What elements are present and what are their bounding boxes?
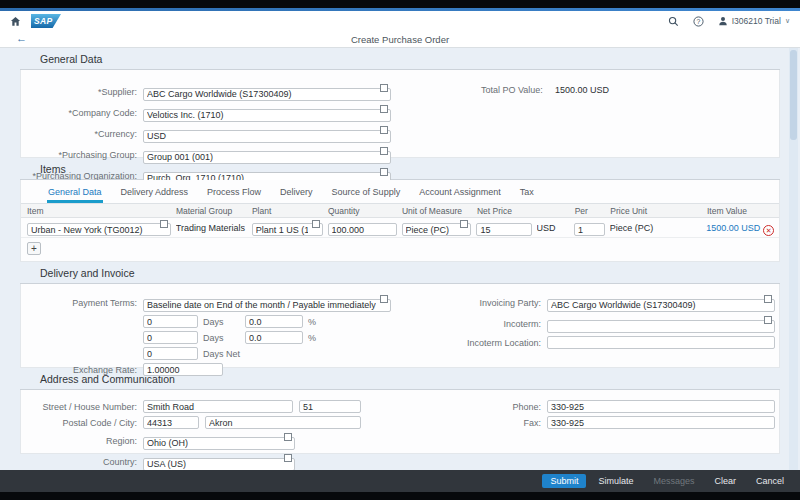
invoicing-party-input[interactable] <box>547 299 775 312</box>
discount-days-2-input[interactable] <box>143 331 198 344</box>
days-label: Days <box>203 333 245 343</box>
postal-code-input[interactable] <box>143 416 199 429</box>
value-help-icon[interactable] <box>766 297 772 303</box>
tab-delivery[interactable]: Delivery <box>279 187 314 203</box>
letterbox-top <box>0 0 800 8</box>
percent-label: % <box>308 333 350 343</box>
country-input[interactable] <box>143 458 295 471</box>
fax-input[interactable] <box>547 416 775 429</box>
tab-account-assignment[interactable]: Account Assignment <box>418 187 502 203</box>
total-po-value: 1500.00 USD <box>555 85 609 95</box>
user-name: I306210 Trial <box>732 16 781 26</box>
shell-header: SAP ? I306210 Trial ∨ <box>0 11 800 31</box>
net-days-input[interactable] <box>143 347 198 360</box>
fax-label: Fax: <box>459 418 547 428</box>
items-panel: General Data Delivery Address Process Fl… <box>20 180 780 262</box>
tab-tax[interactable]: Tax <box>519 187 535 203</box>
incoterm-location-input[interactable] <box>547 336 775 349</box>
person-icon <box>718 16 728 26</box>
incoterm-input[interactable] <box>547 320 775 333</box>
city-input[interactable] <box>205 416 361 429</box>
item-value-link[interactable]: 1500.00 USD <box>706 223 758 233</box>
value-help-icon[interactable] <box>462 222 468 228</box>
messages-button[interactable]: Messages <box>645 474 702 488</box>
payment-terms-label: Payment Terms: <box>21 298 143 308</box>
currency-cell: USD <box>537 223 570 233</box>
value-help-icon[interactable] <box>382 107 388 113</box>
col-quantity: Quantity <box>328 206 397 216</box>
value-help-icon[interactable] <box>382 149 388 155</box>
discount-percent-1-input[interactable] <box>245 315 303 328</box>
value-help-icon[interactable] <box>382 297 388 303</box>
value-help-icon[interactable] <box>286 435 292 441</box>
days-net-label: Days Net <box>203 349 240 359</box>
clear-button[interactable]: Clear <box>706 474 744 488</box>
tab-delivery-address[interactable]: Delivery Address <box>120 187 190 203</box>
add-item-button[interactable]: + <box>27 242 41 255</box>
scrollbar-thumb[interactable] <box>790 50 797 140</box>
app-window: SAP ? I306210 Trial ∨ ← Create Purchase … <box>0 0 800 500</box>
tab-process-flow[interactable]: Process Flow <box>206 187 262 203</box>
payment-terms-input[interactable] <box>143 299 391 312</box>
company-code-label: *Company Code: <box>21 108 143 118</box>
col-material-group: Material Group <box>176 206 247 216</box>
street-input[interactable] <box>143 400 293 413</box>
invoicing-party-label: Invoicing Party: <box>459 298 547 308</box>
company-code-input[interactable] <box>143 109 391 122</box>
value-help-icon[interactable] <box>382 170 388 176</box>
postal-label: Postal Code / City: <box>21 418 143 428</box>
material-group-cell: Trading Materials (L001 <box>176 223 247 233</box>
country-label: Country: <box>21 457 143 467</box>
region-input[interactable] <box>143 437 295 450</box>
purchasing-group-input[interactable] <box>143 151 391 164</box>
exchange-rate-input[interactable] <box>143 363 223 376</box>
value-help-icon[interactable] <box>286 456 292 462</box>
incoterm-location-label: Incoterm Location: <box>459 338 547 348</box>
discount-days-1-input[interactable] <box>143 315 198 328</box>
general-data-panel: *Supplier: *Company Code: *Currency: *Pu… <box>20 70 780 158</box>
delete-item-icon[interactable]: ✕ <box>763 225 774 236</box>
svg-text:?: ? <box>696 17 700 24</box>
simulate-button[interactable]: Simulate <box>590 474 641 488</box>
tab-general-data[interactable]: General Data <box>47 187 103 203</box>
col-net-price: Net Price <box>477 206 532 216</box>
house-number-input[interactable] <box>299 400 361 413</box>
discount-percent-2-input[interactable] <box>245 331 303 344</box>
cancel-button[interactable]: Cancel <box>748 474 792 488</box>
invoice-right-column: Invoicing Party: Incoterm: Incoterm Loca… <box>459 294 775 352</box>
value-help-icon[interactable] <box>382 128 388 134</box>
quantity-input[interactable] <box>328 223 397 236</box>
value-help-icon[interactable] <box>382 86 388 92</box>
page-title: Create Purchase Order <box>0 34 800 45</box>
value-help-icon[interactable] <box>162 222 168 228</box>
currency-input[interactable] <box>143 130 391 143</box>
percent-label: % <box>308 317 350 327</box>
col-per: Per <box>575 206 606 216</box>
item-row: Trading Materials (L001 USD Piece (PC) 1… <box>21 218 779 238</box>
value-help-icon[interactable] <box>766 318 772 324</box>
days-label: Days <box>203 317 245 327</box>
search-icon[interactable] <box>668 16 679 27</box>
user-menu[interactable]: I306210 Trial ∨ <box>718 16 790 26</box>
home-icon[interactable] <box>10 16 21 27</box>
general-data-heading: General Data <box>20 48 780 70</box>
chevron-down-icon: ∨ <box>785 17 790 25</box>
net-price-input[interactable] <box>476 223 531 236</box>
currency-label: *Currency: <box>21 129 143 139</box>
delivery-invoice-heading: Delivery and Invoice <box>20 262 780 284</box>
submit-button[interactable]: Submit <box>542 474 586 488</box>
letterbox-bottom <box>0 492 800 500</box>
phone-input[interactable] <box>547 400 775 413</box>
col-unit-of-measure: Unit of Measure <box>402 206 472 216</box>
street-label: Street / House Number: <box>21 402 143 412</box>
tab-source-of-supply[interactable]: Source of Supply <box>331 187 402 203</box>
scrollbar[interactable] <box>789 48 798 470</box>
item-input[interactable] <box>27 223 171 236</box>
section-address: Address and Communication Street / House… <box>20 368 780 454</box>
col-price-unit: Price Unit <box>610 206 702 216</box>
section-delivery-invoice: Delivery and Invoice Payment Terms: Days… <box>20 262 780 368</box>
supplier-input[interactable] <box>143 88 391 101</box>
help-icon[interactable]: ? <box>693 16 704 27</box>
value-help-icon[interactable] <box>314 222 320 228</box>
per-input[interactable] <box>574 223 605 236</box>
